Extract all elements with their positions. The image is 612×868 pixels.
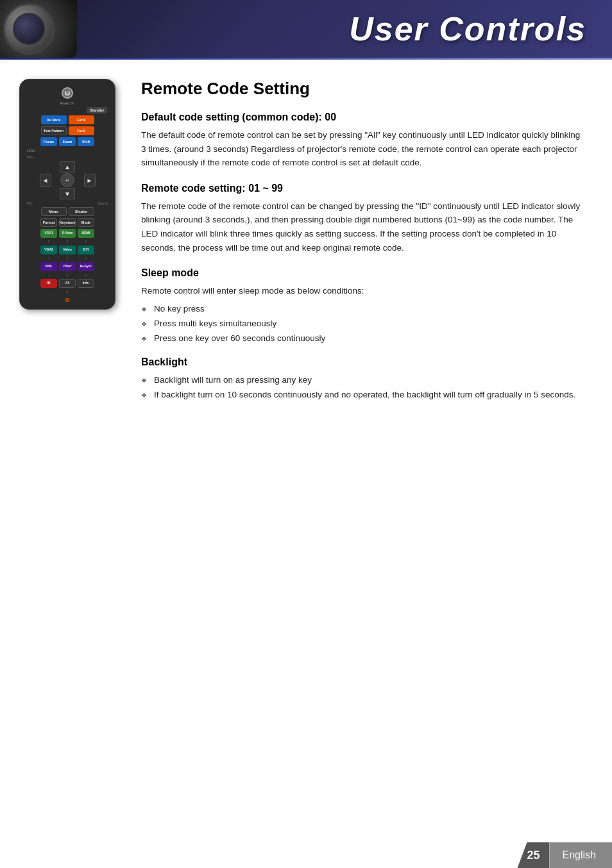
nav-left-button[interactable]: ◄ xyxy=(40,174,51,187)
bnc-button[interactable]: BNC xyxy=(40,262,57,271)
vga2-button[interactable]: VGA2 xyxy=(40,246,57,255)
ypbpr-button[interactable]: YPbPr xyxy=(59,262,76,271)
row-format-keystone-mode: Format Keystone Mode xyxy=(24,218,111,227)
row-avmute-fun1: AV Mute Fun1 xyxy=(24,115,111,124)
section-title-default-code: Default code setting (common code): 00 xyxy=(141,112,586,123)
sleep-bullet-2: Press multi keys simultaneously xyxy=(141,317,586,331)
sleep-bullet-list: No key press Press multi keys simultaneo… xyxy=(141,302,586,346)
section-body-remote-code: The remote code of the remote control ca… xyxy=(141,199,586,255)
resync-button[interactable]: Re-Sync xyxy=(78,262,94,271)
section-body-default-code: The default code of remote control can b… xyxy=(141,128,586,170)
format-button[interactable]: Format xyxy=(40,218,57,227)
power-on-label: Power On xyxy=(24,101,111,105)
main-content: Power On Standby AV Mute Fun1 Test Patte… xyxy=(0,60,612,438)
all-button[interactable]: All xyxy=(59,279,76,288)
page-number: 25 xyxy=(517,842,549,868)
nav-down-button[interactable]: ▼ xyxy=(60,188,75,199)
shutter-button[interactable]: Shutter xyxy=(69,207,94,216)
backlight-bullet-list: Backlight will turn on as pressing any k… xyxy=(141,373,586,403)
lens-inner xyxy=(13,13,45,45)
vol-label-row: Vol + xyxy=(24,155,111,159)
remote-top-area xyxy=(24,85,111,100)
row-id-all-info: ID All Info. xyxy=(24,279,111,288)
id-button[interactable]: ID xyxy=(40,279,57,288)
video-button[interactable]: Video xyxy=(59,246,76,255)
vga1-button[interactable]: VGA1 xyxy=(40,229,57,238)
fun2-button[interactable]: Fun2 xyxy=(69,126,94,135)
row-bnc-nums: 7 8 9 xyxy=(24,273,111,277)
sleep-bullet-1: No key press xyxy=(141,302,586,317)
main-title: Remote Code Setting xyxy=(141,79,586,99)
source-label: Source xyxy=(98,201,108,205)
fun1-button[interactable]: Fun1 xyxy=(69,115,94,124)
zoom-button[interactable]: Zoom xyxy=(59,137,76,146)
vol-source-row: Vol - Source xyxy=(24,201,111,205)
section-intro-sleep: Remote control will enter sleep mode as … xyxy=(141,284,586,298)
av-mute-button[interactable]: AV Mute xyxy=(41,115,67,124)
power-button[interactable] xyxy=(62,87,73,99)
focus-button[interactable]: Focus xyxy=(40,137,57,146)
row-id-nums: 0 xyxy=(24,290,111,294)
page-header: User Controls xyxy=(0,0,612,58)
menu-button[interactable]: Menu xyxy=(41,207,67,216)
mode-button[interactable]: Mode xyxy=(78,218,94,227)
vol-plus-label: Vol + xyxy=(27,155,34,159)
info-button[interactable]: Info. xyxy=(78,279,94,288)
page-footer: 25 English xyxy=(0,842,612,868)
hdmi-button[interactable]: HDMI xyxy=(78,229,94,238)
test-pattern-button[interactable]: Test Pattern xyxy=(41,126,67,135)
sleep-bullet-3: Press one key over 60 seconds continuous… xyxy=(141,331,586,346)
remote-body: Power On Standby AV Mute Fun1 Test Patte… xyxy=(19,79,115,310)
nav-cross: ▲ ◄ ↵ ► ▼ xyxy=(40,161,96,199)
row-focus-zoom-shift: Focus Zoom Shift xyxy=(24,137,111,146)
ir-dot-row xyxy=(24,296,111,304)
row-vga1-nums: 1 2 3 xyxy=(24,240,111,244)
power-icon xyxy=(65,90,70,96)
nav-enter-button[interactable]: ↵ xyxy=(60,173,74,187)
row-menu-shutter: Menu Shutter xyxy=(24,207,111,216)
row-vga2-video-dvi: VGA2 Video DVI xyxy=(24,246,111,255)
dvi-button[interactable]: DVI xyxy=(78,246,94,255)
backlight-bullet-2: If backlight turn on 10 seconds continuo… xyxy=(141,388,586,403)
svideo-button[interactable]: S-Video xyxy=(59,229,76,238)
vol-minus-label: Vol - xyxy=(27,201,33,205)
ir-emitter xyxy=(65,298,69,302)
standby-row: Standby xyxy=(24,107,111,113)
section-title-backlight: Backlight xyxy=(141,356,586,368)
row-vga1-svideo-hdmi: VGA1 S-Video HDMI xyxy=(24,229,111,238)
footer-language: English xyxy=(550,842,612,868)
keystone-button[interactable]: Keystone xyxy=(59,218,76,227)
section-title-remote-code: Remote code setting: 01 ~ 99 xyxy=(141,183,586,194)
standby-button[interactable]: Standby xyxy=(87,107,107,113)
remote-illustration: Power On Standby AV Mute Fun1 Test Patte… xyxy=(19,79,122,412)
text-content: Remote Code Setting Default code setting… xyxy=(141,79,586,412)
nav-up-button[interactable]: ▲ xyxy=(60,161,75,172)
lens-decoration xyxy=(0,0,77,58)
backlight-bullet-1: Backlight will turn on as pressing any k… xyxy=(141,373,586,388)
row-vga2-nums: 4 5 6 xyxy=(24,256,111,260)
lens-label: LENS ○ xyxy=(24,148,111,153)
nav-right-button[interactable]: ► xyxy=(84,174,96,187)
shift-button[interactable]: Shift xyxy=(78,137,94,146)
section-title-sleep: Sleep mode xyxy=(141,267,586,279)
row-bnc-ypbpr-resync: BNC YPbPr Re-Sync xyxy=(24,262,111,271)
page-header-title: User Controls xyxy=(349,10,586,48)
row-test-fun2: Test Pattern Fun2 xyxy=(24,126,111,135)
